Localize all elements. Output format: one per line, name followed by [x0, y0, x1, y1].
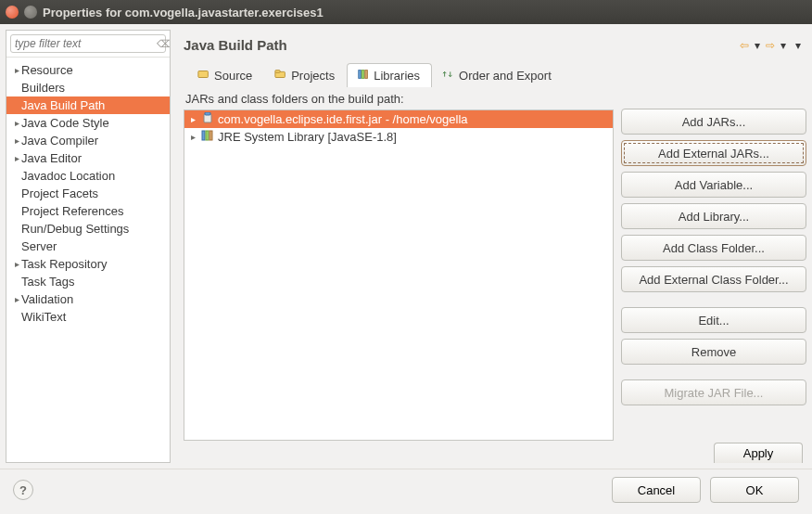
- nav-arrows: ⇦ ▾ ⇨ ▾ ▾: [738, 39, 803, 52]
- back-menu-icon[interactable]: ▾: [753, 39, 762, 52]
- sidebar-item-label: Task Repository: [21, 257, 107, 271]
- svg-rect-10: [209, 131, 212, 140]
- clear-filter-icon[interactable]: ⌫: [155, 38, 171, 50]
- body-row: SourceProjectsLibrariesOrder and Export …: [184, 62, 806, 463]
- window-title: Properties for com.vogella.javastarter.e…: [43, 6, 324, 19]
- help-icon[interactable]: ?: [13, 480, 33, 500]
- tab-icon: [357, 69, 370, 83]
- sidebar-item-label: Task Tags: [21, 275, 75, 289]
- expand-icon[interactable]: ▸: [188, 132, 197, 142]
- minimize-icon[interactable]: [24, 6, 37, 19]
- list-area: JARs and class folders on the build path…: [184, 86, 806, 441]
- svg-rect-2: [275, 71, 280, 73]
- tab[interactable]: Source: [187, 63, 264, 87]
- forward-icon[interactable]: ⇨: [764, 39, 777, 52]
- tab[interactable]: Libraries: [347, 63, 432, 87]
- sidebar-item-label: Java Editor: [21, 151, 82, 165]
- list-item-label: com.vogella.eclipse.ide.first.jar - /hom…: [218, 112, 468, 126]
- svg-rect-4: [362, 71, 364, 79]
- footer-buttons: Cancel OK: [612, 477, 799, 503]
- filter-wrap: ⌫: [6, 31, 170, 58]
- button-column: Add JARs... Add External JARs... Add Var…: [621, 86, 806, 441]
- header-row: Java Build Path ⇦ ▾ ⇨ ▾ ▾: [184, 30, 806, 62]
- close-icon[interactable]: [6, 6, 19, 19]
- page-title: Java Build Path: [184, 37, 287, 53]
- filter-field[interactable]: ⌫: [10, 34, 166, 53]
- list-item[interactable]: ▸JRE System Library [JavaSE-1.8]: [184, 128, 613, 146]
- expand-icon[interactable]: ▸: [12, 259, 21, 269]
- svg-rect-7: [205, 112, 210, 115]
- tabs: SourceProjectsLibrariesOrder and Export: [184, 62, 806, 86]
- sidebar-item-label: Validation: [21, 292, 73, 306]
- tab-label: Libraries: [374, 69, 420, 83]
- list-caption: JARs and class folders on the build path…: [184, 86, 614, 109]
- apply-button[interactable]: Apply: [714, 443, 803, 463]
- sidebar-item[interactable]: Java Build Path: [6, 96, 170, 114]
- tab[interactable]: Projects: [264, 63, 347, 87]
- sidebar-item-label: Resource: [21, 63, 73, 77]
- sidebar-item[interactable]: Builders: [6, 79, 170, 96]
- jar-icon: [201, 112, 214, 126]
- sidebar-item[interactable]: Task Tags: [6, 273, 170, 290]
- add-jars-button[interactable]: Add JARs...: [621, 109, 806, 135]
- lib-icon: [201, 130, 214, 144]
- sidebar-item[interactable]: ▸Validation: [6, 290, 170, 308]
- sidebar-item[interactable]: Project References: [6, 202, 170, 220]
- sidebar-item[interactable]: ▸Java Compiler: [6, 132, 170, 149]
- expand-icon[interactable]: ▸: [12, 65, 21, 75]
- expand-icon[interactable]: ▸: [12, 153, 21, 163]
- tab-icon: [442, 69, 455, 83]
- tab[interactable]: Order and Export: [432, 63, 564, 87]
- spacer: [621, 298, 806, 302]
- sidebar-item-label: Builders: [21, 81, 65, 95]
- expand-icon[interactable]: ▸: [12, 135, 21, 146]
- content-area: ⌫ ▸ResourceBuildersJava Build Path▸Java …: [0, 24, 812, 469]
- sidebar-item-label: Server: [21, 239, 57, 253]
- sidebar-item[interactable]: ▸Resource: [6, 61, 170, 79]
- filter-input[interactable]: [15, 37, 155, 50]
- sidebar-item[interactable]: Project Facets: [6, 185, 170, 202]
- sidebar-tree[interactable]: ▸ResourceBuildersJava Build Path▸Java Co…: [6, 58, 170, 462]
- tab-icon: [197, 69, 210, 83]
- spacer: [621, 370, 806, 374]
- add-external-jars-button[interactable]: Add External JARs...: [621, 140, 806, 166]
- sidebar-item[interactable]: ▸Task Repository: [6, 255, 170, 273]
- expand-icon[interactable]: ▸: [12, 294, 21, 304]
- expand-icon[interactable]: ▸: [188, 114, 197, 124]
- sidebar-item[interactable]: ▸Java Editor: [6, 149, 170, 167]
- expand-icon[interactable]: ▸: [12, 118, 21, 128]
- sidebar-item-label: Javadoc Location: [21, 169, 115, 183]
- sidebar-item[interactable]: Run/Debug Settings: [6, 220, 170, 238]
- sidebar-item-label: Project References: [21, 204, 124, 218]
- apply-row: Apply: [184, 441, 806, 463]
- sidebar-item-label: Java Compiler: [21, 134, 98, 148]
- view-menu-icon[interactable]: ▾: [793, 39, 803, 52]
- list-item[interactable]: ▸com.vogella.eclipse.ide.first.jar - /ho…: [184, 110, 613, 128]
- main-panel: Java Build Path ⇦ ▾ ⇨ ▾ ▾ SourceProjects…: [171, 30, 806, 463]
- svg-rect-8: [202, 131, 205, 140]
- cancel-button[interactable]: Cancel: [612, 477, 701, 503]
- add-external-class-folder-button[interactable]: Add External Class Folder...: [621, 266, 806, 292]
- remove-button[interactable]: Remove: [621, 339, 806, 365]
- svg-rect-9: [206, 131, 209, 140]
- svg-rect-5: [365, 71, 368, 79]
- tab-label: Projects: [291, 69, 335, 83]
- svg-rect-0: [198, 71, 209, 78]
- back-icon[interactable]: ⇦: [738, 39, 751, 52]
- libraries-list[interactable]: ▸com.vogella.eclipse.ide.first.jar - /ho…: [184, 109, 614, 441]
- add-library-button[interactable]: Add Library...: [621, 203, 806, 229]
- tab-label: Source: [214, 69, 252, 83]
- sidebar-item[interactable]: Server: [6, 238, 170, 255]
- ok-button[interactable]: OK: [710, 477, 799, 503]
- migrate-jar-button: Migrate JAR File...: [621, 379, 806, 405]
- add-class-folder-button[interactable]: Add Class Folder...: [621, 235, 806, 261]
- tab-icon: [274, 69, 287, 83]
- sidebar-item-label: Project Facets: [21, 186, 98, 200]
- forward-menu-icon[interactable]: ▾: [779, 39, 788, 52]
- sidebar-item-label: Run/Debug Settings: [21, 222, 129, 236]
- edit-button[interactable]: Edit...: [621, 307, 806, 333]
- sidebar-item[interactable]: WikiText: [6, 308, 170, 326]
- sidebar-item[interactable]: Javadoc Location: [6, 167, 170, 185]
- add-variable-button[interactable]: Add Variable...: [621, 172, 806, 198]
- sidebar-item[interactable]: ▸Java Code Style: [6, 114, 170, 132]
